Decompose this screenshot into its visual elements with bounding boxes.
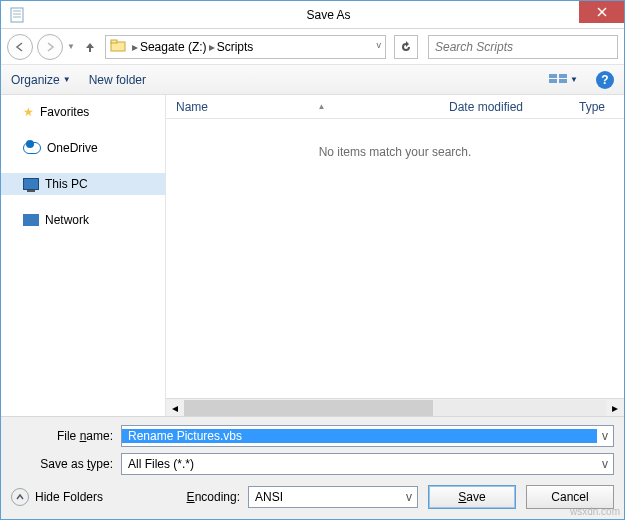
svg-rect-8 — [549, 74, 557, 78]
scroll-track[interactable] — [184, 400, 606, 416]
svg-rect-11 — [559, 79, 567, 83]
recent-dropdown-icon[interactable]: ▼ — [67, 42, 75, 51]
filename-combo[interactable]: Rename Pictures.vbs v — [121, 425, 614, 447]
chevron-down-icon[interactable]: v — [597, 429, 613, 443]
sidebar-item-label: This PC — [45, 177, 88, 191]
view-button[interactable]: ▼ — [548, 73, 578, 87]
scroll-left-icon[interactable]: ◂ — [166, 400, 184, 416]
title-text: Save As — [33, 8, 624, 22]
organize-button[interactable]: Organize▼ — [11, 73, 71, 87]
sidebar-item-thispc[interactable]: This PC — [1, 173, 165, 195]
scroll-right-icon[interactable]: ▸ — [606, 400, 624, 416]
filename-label: File name: — [11, 429, 121, 443]
savetype-combo[interactable]: All Files (*.*) v — [121, 453, 614, 475]
search-input[interactable] — [429, 40, 617, 54]
network-icon — [23, 214, 39, 226]
save-as-dialog: Save As ▼ ▸ Seagate (Z:) ▸ Scripts v — [0, 0, 625, 520]
sidebar-item-label: Network — [45, 213, 89, 227]
scroll-thumb[interactable] — [184, 400, 433, 416]
sidebar-item-label: OneDrive — [47, 141, 98, 155]
content-area: ★ Favorites OneDrive This PC Network — [1, 95, 624, 416]
filename-input[interactable]: Rename Pictures.vbs — [122, 429, 597, 443]
toolbar: Organize▼ New folder ▼ ? — [1, 65, 624, 95]
chevron-right-icon[interactable]: ▸ — [132, 40, 138, 54]
bottom-panel: File name: Rename Pictures.vbs v Save as… — [1, 416, 624, 519]
chevron-down-icon: ▼ — [63, 75, 71, 84]
chevron-down-icon[interactable]: v — [377, 40, 382, 50]
help-button[interactable]: ? — [596, 71, 614, 89]
encoding-combo[interactable]: ANSI v — [248, 486, 418, 508]
close-button[interactable] — [579, 1, 624, 23]
chevron-down-icon[interactable]: v — [597, 457, 613, 471]
empty-message: No items match your search. — [166, 119, 624, 398]
forward-button[interactable] — [37, 34, 63, 60]
save-button[interactable]: Save — [428, 485, 516, 509]
watermark: wsxdn.com — [570, 506, 620, 517]
encoding-label: Encoding: — [187, 490, 240, 504]
encoding-value: ANSI — [249, 490, 401, 504]
horizontal-scrollbar[interactable]: ◂ ▸ — [166, 398, 624, 416]
chevron-up-icon — [11, 488, 29, 506]
breadcrumb-bar[interactable]: ▸ Seagate (Z:) ▸ Scripts v — [105, 35, 386, 59]
chevron-right-icon[interactable]: ▸ — [209, 40, 215, 54]
search-box[interactable] — [428, 35, 618, 59]
sidebar: ★ Favorites OneDrive This PC Network — [1, 95, 166, 416]
sort-asc-icon: ▲ — [318, 102, 326, 111]
savetype-label: Save as type: — [11, 457, 121, 471]
chevron-down-icon: ▼ — [570, 75, 578, 84]
star-icon: ★ — [23, 105, 34, 119]
column-headers: Name ▲ Date modified Type — [166, 95, 624, 119]
sidebar-item-label: Favorites — [40, 105, 89, 119]
svg-rect-9 — [549, 79, 557, 83]
pc-icon — [23, 178, 39, 190]
sidebar-item-favorites[interactable]: ★ Favorites — [1, 101, 165, 123]
col-type[interactable]: Type — [569, 100, 624, 114]
crumb-folder[interactable]: Scripts — [217, 40, 254, 54]
up-button[interactable] — [79, 36, 101, 58]
hide-folders-button[interactable]: Hide Folders — [11, 488, 103, 506]
refresh-button[interactable] — [394, 35, 418, 59]
crumb-drive[interactable]: Seagate (Z:) — [140, 40, 207, 54]
svg-rect-7 — [111, 40, 117, 43]
svg-rect-0 — [11, 8, 23, 22]
back-button[interactable] — [7, 34, 33, 60]
file-area: Name ▲ Date modified Type No items match… — [166, 95, 624, 416]
folder-icon — [110, 38, 126, 55]
savetype-value: All Files (*.*) — [122, 457, 597, 471]
sidebar-item-network[interactable]: Network — [1, 209, 165, 231]
sidebar-item-onedrive[interactable]: OneDrive — [1, 137, 165, 159]
chevron-down-icon[interactable]: v — [401, 490, 417, 504]
cloud-icon — [23, 142, 41, 154]
col-name[interactable]: Name ▲ — [166, 100, 439, 114]
col-date[interactable]: Date modified — [439, 100, 569, 114]
new-folder-button[interactable]: New folder — [89, 73, 146, 87]
notepad-icon — [9, 7, 25, 23]
titlebar: Save As — [1, 1, 624, 29]
svg-rect-10 — [559, 74, 567, 78]
navbar: ▼ ▸ Seagate (Z:) ▸ Scripts v — [1, 29, 624, 65]
